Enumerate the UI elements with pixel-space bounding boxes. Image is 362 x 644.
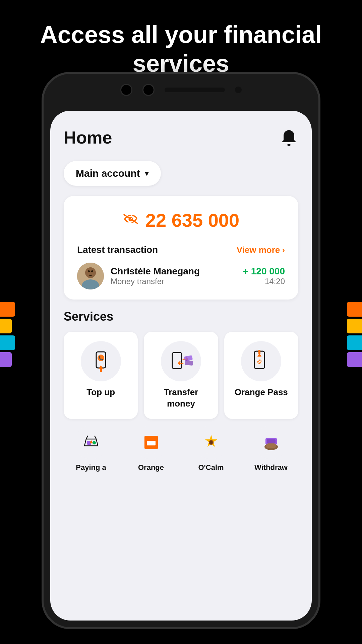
account-name: Main account bbox=[76, 168, 140, 179]
paying-label: Paying a bbox=[76, 463, 106, 472]
balance-row: 22 635 000 bbox=[77, 209, 285, 231]
orange-icon-circle bbox=[134, 426, 168, 459]
orange-label: Orange bbox=[138, 463, 164, 472]
camera-right bbox=[142, 84, 155, 96]
withdraw-icon-circle bbox=[254, 426, 288, 459]
stripe-purple-right bbox=[347, 352, 362, 367]
topup-label: Top up bbox=[86, 387, 115, 398]
svg-point-33 bbox=[210, 441, 213, 444]
transaction-type: Money transfer bbox=[111, 277, 236, 286]
topup-icon-circle: 📞 bbox=[81, 341, 121, 381]
svg-rect-36 bbox=[267, 439, 276, 443]
svg-rect-13 bbox=[172, 353, 182, 369]
transaction-amount: + 120 000 bbox=[243, 266, 285, 277]
services-section: Services 📞 bbox=[64, 310, 298, 472]
stripe-orange-right bbox=[347, 302, 362, 317]
app-content: Home Main account ▾ bbox=[50, 111, 312, 621]
service-transfer[interactable]: Transfer money bbox=[144, 332, 218, 419]
service-orange[interactable]: Orange bbox=[124, 426, 178, 472]
svg-rect-15 bbox=[185, 360, 193, 366]
transactions-header: Latest transaction View more › bbox=[77, 245, 285, 255]
transactions-title: Latest transaction bbox=[77, 245, 158, 255]
chevron-down-icon: ▾ bbox=[145, 169, 149, 178]
app-screen: Home Main account ▾ bbox=[50, 111, 312, 621]
stripe-yellow-left bbox=[0, 319, 12, 333]
svg-rect-12 bbox=[100, 369, 102, 372]
ocalm-icon-circle bbox=[194, 426, 228, 459]
withdraw-label: Withdraw bbox=[254, 463, 288, 472]
service-topup[interactable]: 📞 Top up bbox=[64, 332, 138, 419]
svg-rect-29 bbox=[147, 441, 156, 445]
hide-balance-icon[interactable] bbox=[123, 213, 139, 228]
camera-left bbox=[120, 84, 132, 96]
account-selector-button[interactable]: Main account ▾ bbox=[64, 161, 161, 186]
page-title: Access all your financial services bbox=[0, 0, 362, 78]
service-paying[interactable]: Paying a bbox=[64, 426, 118, 472]
service-ocalm[interactable]: O'Calm bbox=[184, 426, 238, 472]
svg-rect-38 bbox=[266, 443, 276, 448]
stripe-yellow-right bbox=[347, 319, 362, 333]
speaker-bar bbox=[165, 88, 225, 92]
service-withdraw[interactable]: Withdraw bbox=[244, 426, 298, 472]
home-title: Home bbox=[64, 127, 112, 148]
svg-rect-14 bbox=[184, 355, 193, 361]
phone-frame: Home Main account ▾ bbox=[44, 74, 318, 627]
services-grid-row2: Paying a Orange bbox=[64, 426, 298, 472]
svg-point-25 bbox=[93, 441, 96, 444]
orangepass-label: Orange Pass bbox=[235, 387, 288, 398]
transaction-amount-info: + 120 000 14:20 bbox=[243, 266, 285, 286]
svg-text:📞: 📞 bbox=[98, 356, 103, 361]
svg-point-3 bbox=[85, 267, 96, 278]
right-stripes bbox=[347, 302, 362, 367]
chevron-right-icon: › bbox=[282, 245, 285, 255]
svg-point-5 bbox=[88, 270, 90, 272]
balance-card: 22 635 000 Latest transaction View more … bbox=[64, 196, 298, 300]
avatar-image bbox=[77, 263, 104, 289]
transaction-info: Christèle Manegang Money transfer bbox=[111, 266, 236, 286]
app-header: Home bbox=[64, 127, 298, 148]
transaction-time: 14:20 bbox=[243, 277, 285, 286]
transaction-item[interactable]: Christèle Manegang Money transfer + 120 … bbox=[77, 263, 285, 289]
services-title: Services bbox=[64, 310, 298, 324]
orangepass-icon-circle: @ bbox=[241, 341, 281, 381]
svg-point-6 bbox=[91, 270, 93, 272]
stripe-purple-left bbox=[0, 352, 12, 367]
svg-rect-18 bbox=[258, 350, 260, 354]
transfer-icon-circle bbox=[161, 341, 201, 381]
transfer-label: Transfer money bbox=[150, 387, 211, 410]
svg-point-0 bbox=[287, 144, 291, 146]
svg-text:@: @ bbox=[257, 359, 262, 364]
transaction-name: Christèle Manegang bbox=[111, 266, 236, 277]
camera-dot bbox=[235, 87, 242, 93]
stripe-blue-left bbox=[0, 335, 15, 350]
avatar bbox=[77, 263, 104, 289]
notification-bell-button[interactable] bbox=[280, 128, 298, 147]
stripe-blue-right bbox=[347, 335, 362, 350]
left-stripes bbox=[0, 302, 15, 367]
service-orangepass[interactable]: @ Orange Pass bbox=[224, 332, 298, 419]
paying-icon-circle bbox=[74, 426, 108, 459]
ocalm-label: O'Calm bbox=[198, 463, 224, 472]
balance-amount: 22 635 000 bbox=[145, 209, 239, 231]
services-grid-row1: 📞 Top up bbox=[64, 332, 298, 419]
phone-camera-area bbox=[120, 84, 242, 96]
stripe-orange-left bbox=[0, 302, 15, 317]
view-more-button[interactable]: View more › bbox=[237, 245, 285, 255]
